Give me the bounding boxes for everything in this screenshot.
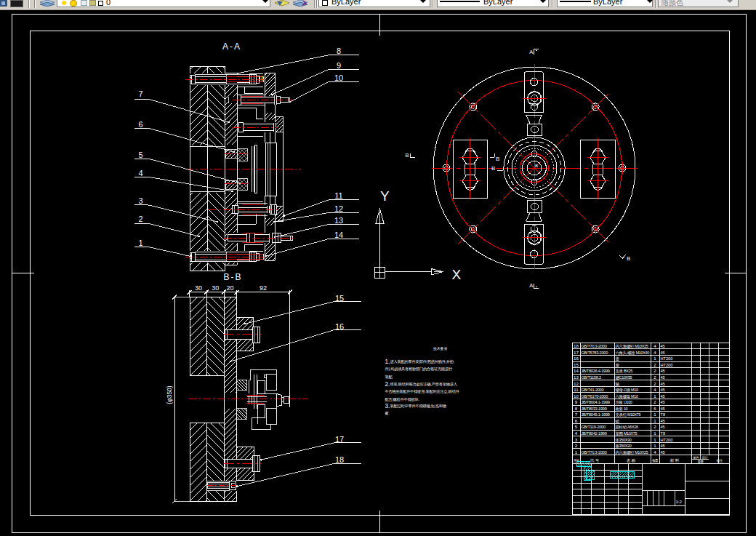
- svg-text:14: 14: [574, 368, 579, 373]
- svg-text:30: 30: [212, 284, 219, 292]
- svg-text:键C10X55: 键C10X55: [616, 375, 632, 380]
- svg-text:重量: 重量: [698, 460, 704, 464]
- svg-text:蜜.: 蜜.: [385, 411, 389, 415]
- svg-text:4: 4: [575, 431, 578, 436]
- svg-text:45: 45: [661, 419, 665, 423]
- svg-text:3: 3: [138, 196, 142, 205]
- svg-text:2.: 2.: [385, 381, 390, 388]
- svg-text:45: 45: [661, 375, 665, 380]
- svg-text:JB/T8004.1-1999: JB/T8004.1-1999: [582, 400, 610, 404]
- svg-text:7: 7: [138, 89, 142, 98]
- svg-text:B-B: B-B: [223, 272, 242, 282]
- svg-text:45: 45: [661, 425, 665, 429]
- svg-text:HT200: HT200: [661, 356, 673, 361]
- svg-text:45: 45: [661, 407, 665, 411]
- svg-text:销: 销: [615, 419, 620, 423]
- svg-text:10: 10: [574, 393, 579, 399]
- svg-text:45: 45: [661, 450, 665, 455]
- svg-text:A-A: A-A: [222, 41, 241, 52]
- svg-text:13: 13: [334, 216, 343, 225]
- svg-text:GB/T119-2000: GB/T119-2000: [582, 425, 606, 429]
- svg-text:4: 4: [138, 169, 142, 177]
- svg-text:45: 45: [661, 369, 665, 373]
- svg-text:JB/T8033-1999: JB/T8033-1999: [582, 407, 607, 411]
- svg-text:内六角螺钉 M10X25: 内六角螺钉 M10X25: [616, 450, 648, 455]
- svg-text:3: 3: [575, 437, 578, 442]
- svg-text:8: 8: [337, 47, 341, 55]
- svg-text:备注: 备注: [717, 458, 723, 463]
- svg-text:45: 45: [661, 444, 665, 448]
- svg-text:JB/T8026.4-1999: JB/T8026.4-1999: [582, 369, 610, 373]
- svg-text:T8: T8: [661, 431, 666, 436]
- svg-text:垫圈 M10X75: 垫圈 M10X75: [616, 431, 638, 436]
- svg-text:JB/T8045.1-1999: JB/T8045.1-1999: [582, 412, 610, 417]
- svg-text:GB/T70.3-2000: GB/T70.3-2000: [582, 450, 607, 455]
- svg-text:六角螺母 M10: 六角螺母 M10: [616, 394, 638, 399]
- svg-text:45: 45: [661, 351, 665, 355]
- svg-text:5: 5: [575, 424, 578, 429]
- svg-text:HT200: HT200: [661, 438, 673, 442]
- svg-text:A: A: [529, 282, 533, 289]
- svg-text:(φ350): (φ350): [166, 385, 173, 404]
- svg-text:17: 17: [574, 350, 579, 355]
- svg-text:B: B: [491, 165, 495, 172]
- svg-text:5: 5: [138, 151, 142, 159]
- svg-text:6: 6: [575, 418, 578, 423]
- svg-text:衛套 10: 衛套 10: [615, 407, 628, 412]
- svg-text:6: 6: [138, 120, 142, 129]
- svg-text:12: 12: [574, 381, 579, 386]
- svg-text:GB/T5783-2000: GB/T5783-2000: [582, 351, 608, 355]
- svg-text:11: 11: [574, 387, 579, 392]
- svg-text:16: 16: [574, 356, 579, 361]
- svg-text:GB/T1158.2: GB/T1158.2: [582, 375, 601, 380]
- svg-text:B: B: [496, 156, 499, 162]
- svg-text:45: 45: [661, 394, 665, 399]
- svg-text:数量: 数量: [652, 459, 659, 463]
- svg-text:GB/T70.3-2000: GB/T70.3-2000: [582, 344, 607, 348]
- svg-text:装配过程中零件不得磧碰,划,伤和锈: 装配过程中零件不得磧碰,划,伤和锈: [390, 404, 447, 409]
- svg-text:GB/T6170-2000: GB/T6170-2000: [582, 394, 608, 399]
- svg-text:GB/T41-2000: GB/T41-2000: [582, 388, 604, 392]
- svg-text:JB/T8042-1999: JB/T8042-1999: [582, 431, 607, 436]
- svg-text:30: 30: [195, 284, 202, 292]
- svg-text:B: B: [627, 255, 630, 262]
- svg-text:8: 8: [575, 406, 578, 411]
- svg-text:9: 9: [575, 399, 578, 404]
- svg-text:材 料: 材 料: [669, 458, 680, 463]
- svg-text:1:2: 1:2: [676, 500, 683, 504]
- svg-text:装配.: 装配.: [385, 375, 393, 380]
- svg-text:11: 11: [334, 191, 342, 200]
- svg-text:3.: 3.: [385, 403, 390, 409]
- svg-text:B: B: [535, 164, 538, 168]
- svg-text:总计: 总计: [701, 456, 708, 460]
- svg-text:HT200: HT200: [661, 363, 673, 367]
- svg-text:轴: 轴: [616, 382, 619, 387]
- svg-text:代 号: 代 号: [590, 458, 600, 463]
- svg-text:配合,螺栓件不得损坏.: 配合,螺栓件不得损坏.: [385, 397, 419, 402]
- svg-text:组装,联结和喔合处应正确,严禁有杂物进入: 组装,联结和喔合处应正确,严禁有杂物进入: [390, 382, 457, 387]
- svg-text:进入装配的零件及部件(包括外购件,外协: 进入装配的零件及部件(包括外购件,外协: [390, 359, 455, 364]
- svg-text:螺母-C级 M10: 螺母-C级 M10: [616, 388, 638, 392]
- svg-text:15: 15: [574, 362, 579, 367]
- svg-text:17: 17: [335, 435, 344, 444]
- svg-text:45: 45: [661, 344, 665, 348]
- svg-text:14: 14: [334, 231, 343, 239]
- svg-text:体350X30: 体350X30: [615, 438, 632, 442]
- svg-text:支承钉 M10X75: 支承钉 M10X75: [616, 412, 641, 417]
- svg-text:20: 20: [226, 284, 233, 292]
- svg-text:名 称: 名 称: [627, 458, 636, 463]
- svg-text:B: B: [406, 152, 409, 159]
- svg-text:A: A: [529, 49, 533, 55]
- svg-text:X: X: [452, 267, 462, 282]
- svg-text:板350X20: 板350X20: [615, 444, 632, 448]
- svg-text:1: 1: [575, 449, 578, 455]
- svg-text:92: 92: [260, 284, 267, 292]
- svg-text:件),均必须具有检验部门的合格证方能进行: 件),均必须具有检验部门的合格证方能进行: [385, 367, 453, 372]
- svg-text:单件: 单件: [692, 456, 699, 460]
- svg-text:支承 BX25: 支承 BX25: [616, 369, 633, 374]
- svg-text:圆柱销 A6X26: 圆柱销 A6X26: [616, 425, 638, 430]
- svg-text:9: 9: [337, 61, 341, 70]
- svg-text:10: 10: [334, 73, 343, 82]
- svg-text:18: 18: [574, 343, 579, 348]
- svg-text:压板 U100: 压板 U100: [616, 400, 632, 404]
